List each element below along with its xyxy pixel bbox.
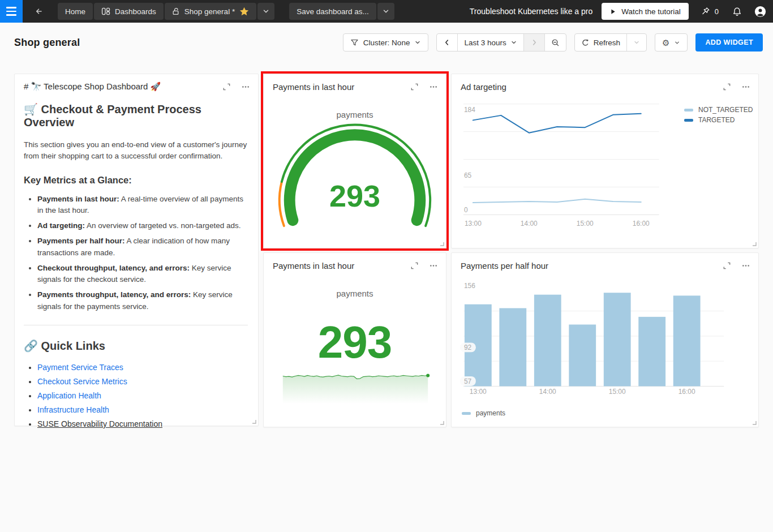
chevron-down-icon [674,40,680,46]
widget-payments-per-half-hour: Payments per half hour 156925713:0014:00… [451,252,759,427]
markdown-heading: 🛒 Checkout & Payment Process Overview [24,102,248,129]
widget-menu-icon[interactable] [741,83,750,91]
metric-item: Payments in last hour: A real-time overv… [37,194,248,217]
time-forward-button[interactable] [523,34,544,51]
svg-text:0: 0 [464,206,468,214]
chevron-down-icon [382,7,390,15]
widget-menu-icon[interactable] [429,261,438,270]
legend-swatch [684,119,693,122]
save-controls: Save dashboard as... [289,3,394,20]
menu-button[interactable] [0,0,23,23]
widget-payments-gauge: Payments in last hour payments 293 [263,74,446,248]
watch-tutorial-button[interactable]: Watch the tutorial [602,3,689,20]
refresh-icon [581,38,590,47]
cluster-filter-button[interactable]: Cluster: None [343,33,429,52]
tab-options-chevron[interactable] [257,3,274,20]
resize-handle-icon[interactable] [440,421,444,425]
list-item: Application Health [37,391,248,400]
dashboards-icon [101,7,110,16]
link-checkout-service-metrics[interactable]: Checkout Service Metrics [37,377,127,386]
svg-text:13:00: 13:00 [465,220,482,228]
expand-widget-icon[interactable] [410,83,419,91]
pin-icon [701,7,711,16]
legend-item-targeted[interactable]: TARGETED [684,115,753,125]
expand-widget-icon[interactable] [723,261,731,270]
expand-widget-icon[interactable] [723,83,731,91]
time-range-selector[interactable]: Last 3 hours [457,34,523,51]
widget-menu-icon[interactable] [241,83,250,91]
lock-open-icon [172,7,180,15]
widget-menu-icon[interactable] [741,261,750,270]
resize-handle-icon[interactable] [752,421,757,425]
svg-text:57: 57 [464,377,472,385]
svg-text:13:00: 13:00 [470,388,487,396]
gauge-series-label: payments [264,110,446,119]
add-widget-button[interactable]: ADD WIDGET [695,33,763,52]
chevron-right-icon [530,38,538,46]
promo-text: Troubleshoot Kubernetes like a pro [470,7,592,16]
link-application-health[interactable]: Application Health [37,391,101,400]
time-range-label: Last 3 hours [464,38,506,47]
payments-bar-chart: 156925713:0014:0015:0016:00 [452,253,758,427]
legend-item-payments[interactable]: payments [462,408,505,418]
refresh-options-chevron[interactable] [626,34,646,51]
svg-text:65: 65 [464,171,472,179]
expand-widget-icon[interactable] [222,83,231,91]
star-icon[interactable] [239,7,249,16]
quick-links-heading: 🔗 Quick Links [24,339,248,353]
chart-legend: payments [462,408,505,418]
page-header: Shop general Cluster: None Last 3 hours [0,23,773,62]
widget-title: Payments in last hour [273,82,354,92]
resize-handle-icon[interactable] [752,242,757,246]
list-item: Checkout Service Metrics [37,377,248,386]
arrow-left-icon [34,7,44,16]
settings-button[interactable]: ⚙ [655,33,688,52]
user-avatar[interactable] [754,6,766,18]
zoom-out-button[interactable] [544,34,566,51]
svg-text:184: 184 [464,106,475,114]
link-payment-service-traces[interactable]: Payment Service Traces [37,363,123,372]
list-item: Payment Service Traces [37,363,248,372]
save-dashboard-label: Save dashboard as... [297,7,369,16]
tab-dashboards[interactable]: Dashboards [94,3,164,20]
cluster-filter-label: Cluster: None [363,38,410,47]
quick-links-list: Payment Service Traces Checkout Service … [24,363,248,428]
page-title: Shop general [14,37,80,49]
pin-count: 0 [715,7,719,16]
tab-current-dashboard[interactable]: Shop general * [165,3,256,20]
link-infrastructure-health[interactable]: Infrastructure Health [37,405,109,414]
legend-item-not-targeted[interactable]: NOT_TARGETED [684,105,753,115]
gear-icon: ⚙ [662,38,669,47]
link-suse-observability-docs[interactable]: SUSE Observability Documentation [37,419,162,428]
markdown-intro: This section gives you an end-to-end vie… [24,139,248,162]
payments-gauge-chart [264,74,446,248]
widget-ad-targeting: Ad targeting 18465013:0014:0015:0016:00 … [451,74,759,248]
time-back-button[interactable] [437,34,457,51]
notifications-button[interactable] [732,7,742,16]
play-icon [609,8,616,15]
markdown-body: 🛒 Checkout & Payment Process Overview Th… [15,74,258,443]
zoom-out-icon [551,38,560,47]
refresh-button[interactable]: Refresh [575,34,626,51]
save-dashboard-button[interactable]: Save dashboard as... [289,3,376,20]
menu-icon [6,7,16,8]
pin-button[interactable]: 0 [701,7,719,16]
chart-legend: NOT_TARGETED TARGETED [684,105,753,125]
widget-menu-icon[interactable] [429,83,438,91]
time-range-control: Last 3 hours [436,33,566,52]
resize-handle-icon[interactable] [440,242,444,246]
metrics-list: Payments in last hour: A real-time overv… [24,194,248,312]
tab-home[interactable]: Home [58,3,93,20]
widget-title: Payments in last hour [273,261,354,271]
back-button[interactable] [32,5,45,18]
expand-widget-icon[interactable] [410,261,419,270]
save-options-chevron[interactable] [377,3,394,20]
metric-value: 293 [264,316,446,368]
metrics-heading: Key Metrics at a Glance: [24,175,248,186]
top-nav-bar: Home Dashboards Shop general * [0,0,773,23]
svg-text:156: 156 [464,282,475,290]
gauge-value: 293 [264,178,446,213]
svg-text:14:00: 14:00 [521,220,538,228]
tab-home-label: Home [65,7,85,16]
resize-handle-icon[interactable] [252,419,256,424]
